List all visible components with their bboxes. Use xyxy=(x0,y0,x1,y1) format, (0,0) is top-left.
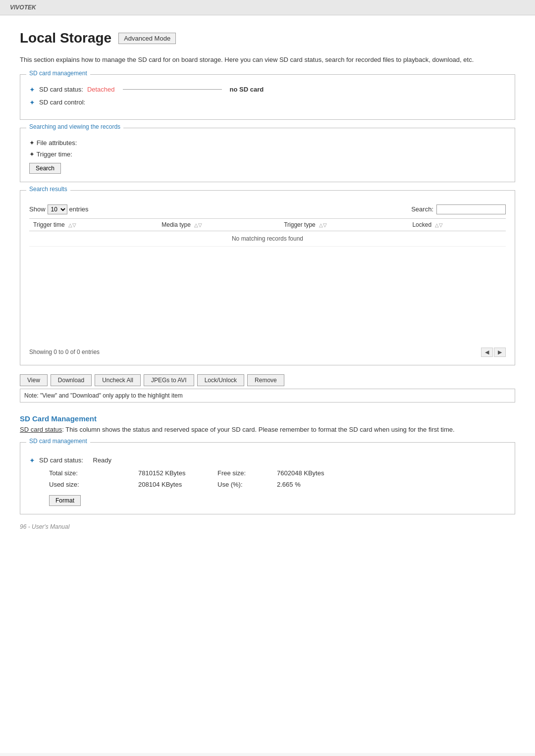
note-row: Note: "View" and "Download" only apply t… xyxy=(20,389,515,403)
no-records-text: No matching records found xyxy=(29,231,506,246)
sd-card-management-box: SD card management ✦ SD card status: Det… xyxy=(20,74,515,120)
col-trigger-time[interactable]: Trigger time △▽ xyxy=(29,218,158,231)
free-size-value: 7602048 KBytes xyxy=(277,469,356,477)
showing-text: Showing 0 to 0 of 0 entries xyxy=(29,349,100,355)
page-footer: 96 - User's Manual xyxy=(20,523,515,530)
sd-status-row: ✦ SD card status: Detached no SD card xyxy=(29,86,506,94)
sort-icon-trigger-type: △▽ xyxy=(319,222,327,228)
no-records-row: No matching records found xyxy=(29,231,506,246)
gear-icon-4: ✦ xyxy=(29,151,35,158)
search-button[interactable]: Search xyxy=(29,163,61,174)
download-button[interactable]: Download xyxy=(51,374,92,386)
sd-card-status-underline: SD card status xyxy=(20,426,62,433)
uncheck-all-button[interactable]: Uncheck All xyxy=(95,374,141,386)
search-filter-control: Search: xyxy=(411,204,506,214)
col-locked[interactable]: Locked △▽ xyxy=(408,218,506,231)
sd-status-label-2: SD card status: xyxy=(39,456,83,464)
sd-management-title-2: SD card management xyxy=(26,438,90,445)
use-pct-value: 2.665 % xyxy=(277,481,356,488)
note-text: Note: "View" and "Download" only apply t… xyxy=(24,392,183,399)
show-entries-control: Show 10 25 50 entries xyxy=(29,204,89,214)
sd-card-management-box-2: SD card management ✦ SD card status: Rea… xyxy=(20,442,515,514)
search-section-box: Searching and viewing the records ✦ File… xyxy=(20,128,515,182)
sd-card-desc-rest: : This column shows the status and reser… xyxy=(62,426,454,433)
sd-management-title: SD card management xyxy=(26,70,90,77)
top-bar: VIVOTEK xyxy=(0,0,535,15)
search-section-title: Searching and viewing the records xyxy=(26,123,123,130)
col-trigger-type[interactable]: Trigger type △▽ xyxy=(280,218,408,231)
file-attributes-label: File attributes: xyxy=(37,139,77,147)
search-results-controls: Show 10 25 50 entries Search: xyxy=(29,204,506,214)
used-size-value: 208104 KBytes xyxy=(138,481,217,488)
footer-text: 96 - User's Manual xyxy=(20,523,69,530)
advanced-mode-button[interactable]: Advanced Mode xyxy=(118,33,176,44)
search-results-box: Search results Show 10 25 50 entries Sea… xyxy=(20,190,515,365)
total-size-label: Total size: xyxy=(49,469,138,477)
entries-select[interactable]: 10 25 50 xyxy=(48,204,67,214)
sd-card-mgmt-desc: SD card status: This column shows the st… xyxy=(20,425,515,435)
sort-icon-trigger: △▽ xyxy=(68,222,76,228)
used-size-label: Used size: xyxy=(49,481,138,488)
use-pct-label: Use (%): xyxy=(217,481,277,488)
action-buttons: View Download Uncheck All JPEGs to AVI L… xyxy=(20,370,515,389)
sd-mgmt-grid: Total size: 7810152 KBytes Free size: 76… xyxy=(49,469,506,488)
page-description: This section explains how to manage the … xyxy=(20,55,515,65)
sort-icon-locked: △▽ xyxy=(435,222,443,228)
next-page-btn[interactable]: ▶ xyxy=(494,348,506,357)
view-button[interactable]: View xyxy=(20,374,48,386)
entries-label: entries xyxy=(69,205,89,213)
brand-name: VIVOTEK xyxy=(10,4,36,11)
remove-button[interactable]: Remove xyxy=(247,374,284,386)
empty-results-area xyxy=(29,247,506,346)
free-size-label: Free size: xyxy=(217,469,277,477)
showing-row: Showing 0 to 0 of 0 entries ◀ ▶ xyxy=(29,348,506,357)
lock-unlock-button[interactable]: Lock/Unlock xyxy=(197,374,244,386)
trigger-time-label: Trigger time: xyxy=(36,151,72,158)
sd-control-label: SD card control: xyxy=(39,99,85,106)
col-media-type[interactable]: Media type △▽ xyxy=(158,218,280,231)
gear-icon-2: ✦ xyxy=(29,99,35,106)
sd-control-row: ✦ SD card control: xyxy=(29,99,506,106)
sd-status-value-2: Ready xyxy=(93,456,112,464)
gear-icon: ✦ xyxy=(29,86,35,94)
file-attributes-row: ✦ File attributes: xyxy=(29,139,506,147)
sd-card-mgmt-heading: SD Card Management xyxy=(20,414,515,423)
sd-status-label: SD card status: xyxy=(39,86,83,93)
sort-icon-media: △▽ xyxy=(194,222,202,228)
gear-icon-5: ✦ xyxy=(29,456,35,464)
search-label: Search: xyxy=(411,205,433,213)
search-results-title: Search results xyxy=(26,186,70,193)
pagination: ◀ ▶ xyxy=(481,348,506,357)
sd-status-row-2: ✦ SD card status: Ready xyxy=(29,456,506,464)
dash-separator xyxy=(123,89,222,90)
sd-status-value: Detached xyxy=(87,86,115,93)
page-header: Local Storage Advanced Mode xyxy=(20,30,515,46)
gear-icon-3: ✦ xyxy=(29,139,35,147)
prev-page-btn[interactable]: ◀ xyxy=(481,348,493,357)
total-size-value: 7810152 KBytes xyxy=(138,469,217,477)
show-label: Show xyxy=(29,205,46,213)
search-input[interactable] xyxy=(436,204,506,214)
trigger-time-row: ✦ Trigger time: xyxy=(29,151,506,158)
format-button[interactable]: Format xyxy=(49,495,81,506)
page-title: Local Storage xyxy=(20,30,111,46)
results-table: Trigger time △▽ Media type △▽ Trigger ty… xyxy=(29,218,506,247)
no-sd-card-text: no SD card xyxy=(230,86,264,93)
jpegs-to-avi-button[interactable]: JPEGs to AVI xyxy=(144,374,194,386)
